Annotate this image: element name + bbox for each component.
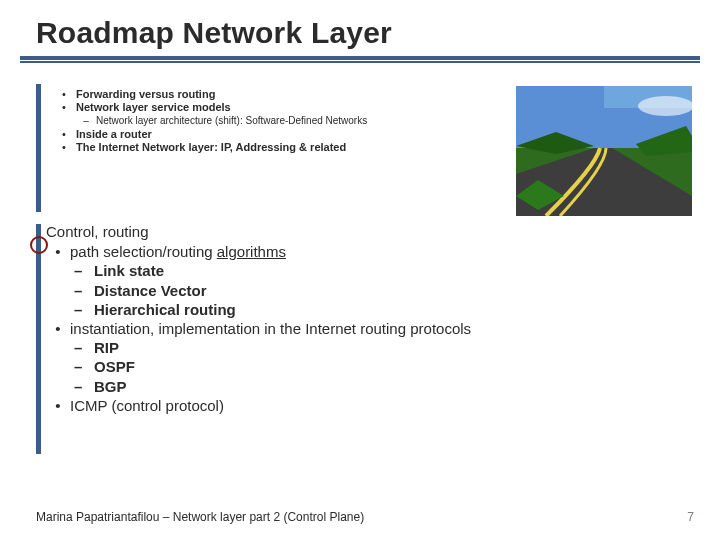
dash-icon: – [70,300,94,319]
svg-point-8 [638,96,692,116]
dash-icon: – [76,115,96,126]
dash-icon: – [70,281,94,300]
lower-item-1: path selection/routing algorithms [70,242,286,261]
slide-title: Roadmap Network Layer [0,0,720,54]
list-item: •instantiation, implementation in the In… [46,319,526,338]
footer-text: Marina Papatriantafilou – Network layer … [36,510,364,524]
upper-sub: Network layer architecture (shift): Soft… [96,115,367,126]
bullet-dot-icon: • [46,319,70,338]
bullet-dot-icon: • [46,396,70,415]
upper-item-3: Inside a router [76,128,152,140]
list-subitem: –Hierarchical routing [70,300,526,319]
list-item: •path selection/routing algorithms [46,242,526,261]
list-item: •Forwarding versus routing [52,88,472,100]
list-subitem: –Distance Vector [70,281,526,300]
bullet-dot-icon: • [52,128,76,140]
title-rule-thick [20,56,700,60]
list-item: •Inside a router [52,128,472,140]
upper-bullet-block: •Forwarding versus routing •Network laye… [52,88,472,154]
dash-icon: – [70,338,94,357]
page-number: 7 [687,510,694,524]
lower-bullet-block: Control, routing •path selection/routing… [46,222,526,415]
dash-icon: – [70,261,94,280]
road-image [516,86,692,216]
dash-icon: – [70,377,94,396]
list-subitem: –Link state [70,261,526,280]
left-accent-bar-2 [36,224,41,454]
left-accent-bar-1 [36,84,41,212]
list-item: •The Internet Network layer: IP, Address… [52,141,472,153]
dash-icon: – [70,357,94,376]
section-heading: Control, routing [46,222,526,241]
sub-link-state: Link state [94,261,164,280]
list-subitem: –Network layer architecture (shift): Sof… [76,115,472,126]
list-subitem: –OSPF [70,357,526,376]
sub-distance-vector: Distance Vector [94,281,207,300]
sub-ospf: OSPF [94,357,135,376]
bullet-dot-icon: • [52,141,76,153]
list-item: •Network layer service models [52,101,472,113]
upper-item-4: The Internet Network layer: IP, Addressi… [76,141,346,153]
list-subitem: –RIP [70,338,526,357]
bullet-dot-icon: • [46,242,70,261]
sub-bgp: BGP [94,377,127,396]
lower-item-3: ICMP (control protocol) [70,396,224,415]
bullet-dot-icon: • [52,88,76,100]
upper-item-2: Network layer service models [76,101,231,113]
list-subitem: –BGP [70,377,526,396]
lower-item-2: instantiation, implementation in the Int… [70,319,471,338]
upper-item-1: Forwarding versus routing [76,88,215,100]
list-item: •ICMP (control protocol) [46,396,526,415]
sub-hierarchical: Hierarchical routing [94,300,236,319]
title-rule-thin [20,61,700,63]
bullet-dot-icon: • [52,101,76,113]
sub-rip: RIP [94,338,119,357]
